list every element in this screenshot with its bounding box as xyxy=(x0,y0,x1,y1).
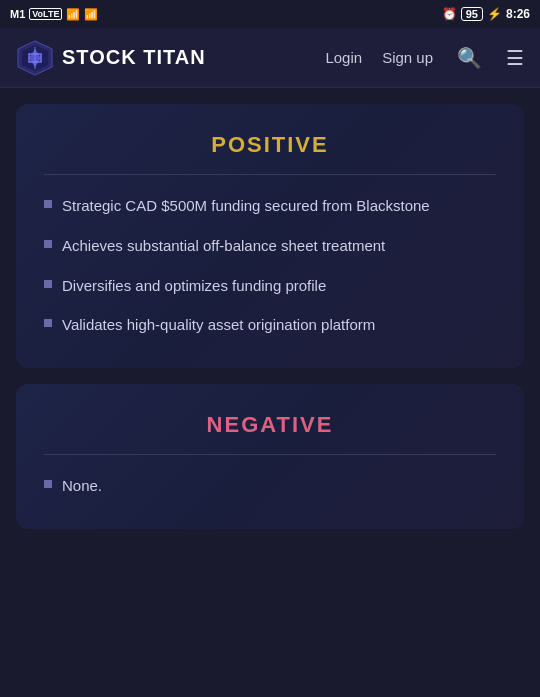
navbar: STOCK TITAN Login Sign up 🔍 ☰ xyxy=(0,28,540,88)
positive-card: Positive Strategic CAD $500M funding sec… xyxy=(16,104,524,368)
alarm-icon: ⏰ xyxy=(442,7,457,21)
positive-item-3: Diversifies and optimizes funding profil… xyxy=(62,275,326,297)
search-icon[interactable]: 🔍 xyxy=(457,46,482,70)
positive-item-4: Validates high-quality asset origination… xyxy=(62,314,375,336)
signup-button[interactable]: Sign up xyxy=(382,49,433,66)
status-bar: M1 VoLTE 📶 📶 ⏰ 95 ⚡ 8:26 xyxy=(0,0,540,28)
login-button[interactable]: Login xyxy=(325,49,362,66)
menu-icon[interactable]: ☰ xyxy=(506,46,524,70)
list-item: Validates high-quality asset origination… xyxy=(44,314,496,336)
charging-icon: ⚡ xyxy=(487,7,502,21)
bullet-icon xyxy=(44,319,52,327)
signal-icon: 📶 xyxy=(66,8,80,21)
positive-item-1: Strategic CAD $500M funding secured from… xyxy=(62,195,430,217)
negative-item-1: None. xyxy=(62,475,102,497)
positive-divider xyxy=(44,174,496,175)
list-item: Diversifies and optimizes funding profil… xyxy=(44,275,496,297)
logo-area: STOCK TITAN xyxy=(16,39,325,77)
list-item: None. xyxy=(44,475,496,497)
negative-card-title: Negative xyxy=(44,412,496,438)
bullet-icon xyxy=(44,240,52,248)
carrier-label: M1 xyxy=(10,8,25,20)
battery-indicator: 95 xyxy=(461,7,483,21)
content-area: Positive Strategic CAD $500M funding sec… xyxy=(0,88,540,697)
wifi-icon: 📶 xyxy=(84,8,98,21)
positive-card-title: Positive xyxy=(44,132,496,158)
positive-item-2: Achieves substantial off-balance sheet t… xyxy=(62,235,385,257)
time-display: 8:26 xyxy=(506,7,530,21)
bullet-icon xyxy=(44,280,52,288)
nav-links: Login Sign up 🔍 ☰ xyxy=(325,46,524,70)
status-left: M1 VoLTE 📶 📶 xyxy=(10,8,98,21)
list-item: Achieves substantial off-balance sheet t… xyxy=(44,235,496,257)
status-right: ⏰ 95 ⚡ 8:26 xyxy=(442,7,530,21)
logo-text: STOCK TITAN xyxy=(62,46,206,69)
bullet-icon xyxy=(44,480,52,488)
logo-icon xyxy=(16,39,54,77)
negative-divider xyxy=(44,454,496,455)
negative-card: Negative None. xyxy=(16,384,524,529)
list-item: Strategic CAD $500M funding secured from… xyxy=(44,195,496,217)
volte-badge: VoLTE xyxy=(29,8,62,20)
positive-list: Strategic CAD $500M funding secured from… xyxy=(44,195,496,336)
negative-list: None. xyxy=(44,475,496,497)
bullet-icon xyxy=(44,200,52,208)
